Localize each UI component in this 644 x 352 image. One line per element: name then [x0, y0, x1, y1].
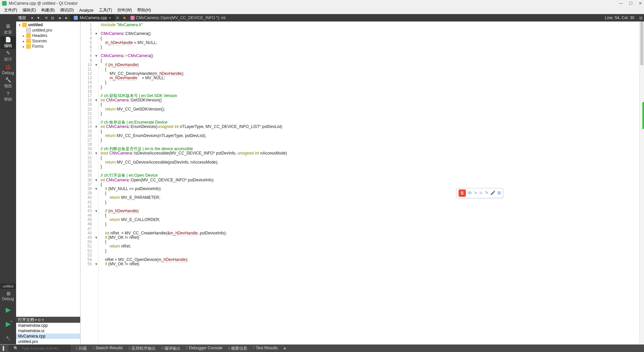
- run-debug-icon[interactable]: ▶●: [6, 317, 11, 331]
- ime-icon[interactable]: 🎤: [490, 190, 495, 196]
- mode-帮助[interactable]: ?帮助: [0, 90, 16, 103]
- nav-fwd-icon[interactable]: ►: [63, 16, 70, 20]
- output-pane-tab[interactable]: 4编译输出: [158, 346, 183, 351]
- tree-arrow-icon[interactable]: ▸: [21, 39, 25, 43]
- symbol-breadcrumb[interactable]: CMvCamera::Open(MV_CC_DEVICE_INFO *): in…: [128, 15, 228, 20]
- tree-item[interactable]: ▸Sources: [16, 38, 80, 44]
- ime-icon[interactable]: 中: [468, 190, 472, 196]
- output-pane-tab[interactable]: 3应用程序输出: [125, 346, 158, 351]
- ime-icon[interactable]: '»: [474, 190, 477, 196]
- toolbar: 项目 ▾ ▼. ⟲ ⊟ ◄ ► MvCamera.cpp ▾ ✕ ★ CMvCa…: [0, 14, 644, 21]
- ime-icon[interactable]: ☺: [479, 190, 483, 196]
- menu-item[interactable]: Analyze: [76, 8, 96, 13]
- tree-arrow-icon[interactable]: ▸: [21, 34, 25, 38]
- menu-item[interactable]: 构建(B): [39, 7, 57, 13]
- project-tree[interactable]: ▾untitleduntitled.pro▸Headers▸Sources▸Fo…: [16, 21, 80, 317]
- code-area[interactable]: #include "MvCamera.h"CMvCamera::CMvCamer…: [99, 21, 639, 344]
- menu-bar: 文件(F)编辑(E)构建(B)调试(D)Analyze工具(T)控件(W)帮助(…: [0, 7, 644, 14]
- status-bar: ▌ 🔍 1问题2Search Results3应用程序输出4编译输出5Debug…: [0, 345, 644, 352]
- open-doc-item[interactable]: mainwindow.ui: [16, 328, 80, 334]
- close-tab-icon[interactable]: ✕: [114, 16, 121, 20]
- close-pane-icon[interactable]: ✕: [41, 318, 44, 322]
- dropdown-icon[interactable]: ▾: [35, 318, 37, 322]
- close-icon[interactable]: ✕: [639, 1, 642, 6]
- mode-icon: ✎: [6, 50, 10, 56]
- sync-icon[interactable]: ⟲: [43, 16, 49, 20]
- toggle-sidebar-icon[interactable]: ▌: [0, 345, 9, 352]
- mode-设计[interactable]: ✎设计: [0, 50, 16, 62]
- search-icon: 🔍: [11, 346, 20, 351]
- sogou-logo-icon[interactable]: S: [459, 189, 466, 197]
- open-documents-list[interactable]: mainwindow.cppmainwindow.uiMvCamera.cppu…: [16, 323, 80, 344]
- split-icon[interactable]: ⊟: [38, 318, 41, 322]
- panes-more-icon[interactable]: ≑: [280, 346, 289, 351]
- split-icon[interactable]: ⊟: [49, 16, 56, 20]
- scroll-marker: [642, 102, 644, 129]
- tree-arrow-icon[interactable]: ▸: [21, 45, 25, 48]
- menu-item[interactable]: 调试(D): [57, 7, 76, 13]
- locator[interactable]: 🔍: [9, 345, 70, 352]
- ime-icon[interactable]: ✎: [485, 190, 488, 196]
- menu-item[interactable]: 控件(W): [115, 7, 135, 13]
- tree-item[interactable]: ▸Headers: [16, 33, 80, 38]
- menu-item[interactable]: 编辑(E): [20, 7, 39, 13]
- ime-icon[interactable]: ⊞: [497, 190, 501, 196]
- tree-arrow-icon[interactable]: ▾: [17, 23, 21, 27]
- run-icon[interactable]: ▶: [6, 303, 11, 316]
- code-editor[interactable]: 1234567891011121314151617181920212223242…: [80, 21, 644, 344]
- mode-项目[interactable]: 🔧项目: [0, 77, 16, 89]
- build-icon[interactable]: 🔨: [6, 331, 11, 344]
- folder-icon: [26, 33, 31, 38]
- side-panel: ▾untitleduntitled.pro▸Headers▸Sources▸Fo…: [16, 21, 80, 344]
- tree-item[interactable]: untitled.pro: [16, 28, 80, 33]
- ime-toolbar[interactable]: S 中'»☺✎🎤⊞: [456, 188, 503, 198]
- open-documents-header: 打开文档 ▾ ⊟ ✕: [16, 317, 80, 323]
- chevron-down-icon[interactable]: ▾: [109, 15, 111, 20]
- mode-Debug[interactable]: 🐞Debug: [0, 63, 16, 76]
- fold-gutter[interactable]: ▾▾▾▾▾▾▾▾▾▾▾: [94, 21, 99, 344]
- nav-back-icon[interactable]: ◄: [56, 16, 63, 20]
- method-icon: [130, 16, 135, 20]
- open-doc-item[interactable]: mainwindow.cpp: [16, 323, 80, 328]
- mode-icon: 📄: [5, 37, 11, 43]
- kit-selector[interactable]: untitled: [1, 284, 15, 289]
- mode-icon: 🐞: [5, 64, 11, 70]
- folder-icon: [26, 39, 31, 43]
- open-doc-item[interactable]: untitled.pro: [16, 339, 80, 344]
- mode-dock: ⊞欢迎📄编辑✎设计🐞Debug🔧项目?帮助untitled🖥Debug▶▶●🔨: [0, 21, 16, 344]
- file-tab-label: MvCamera.cpp: [80, 15, 107, 20]
- cursor-position[interactable]: Line: 54, Col: 30: [602, 15, 638, 20]
- open-doc-item[interactable]: MvCamera.cpp: [16, 334, 80, 339]
- menu-item[interactable]: 文件(F): [1, 7, 20, 13]
- output-pane-tab[interactable]: 1问题: [73, 346, 90, 351]
- scrollbar-thumb[interactable]: [640, 21, 643, 65]
- app-logo-icon: [2, 1, 7, 6]
- minimize-icon[interactable]: —: [619, 1, 623, 6]
- line-gutter: 1234567891011121314151617181920212223242…: [80, 21, 94, 344]
- output-pane-tab[interactable]: 6概要信息: [225, 346, 250, 351]
- mode-icon: 🔧: [5, 77, 11, 83]
- output-pane-tab[interactable]: 2Search Results: [90, 346, 125, 351]
- locator-input[interactable]: [20, 346, 67, 350]
- folder-icon: [26, 44, 31, 49]
- file-tab[interactable]: MvCamera.cpp ▾: [70, 14, 114, 21]
- menu-item[interactable]: 帮助(H): [135, 7, 154, 13]
- mode-编辑[interactable]: 📄编辑: [0, 36, 16, 49]
- mode-欢迎[interactable]: ⊞欢迎: [0, 23, 16, 36]
- output-pane-tab[interactable]: 5Debugger Console: [183, 346, 225, 351]
- title-bar: MvCamera.cpp @ untitled - Qt Creator — ☐…: [0, 0, 644, 7]
- bookmark-icon[interactable]: ★: [121, 16, 128, 20]
- output-pane-tab[interactable]: 7Test Results: [250, 346, 280, 351]
- filter-icon[interactable]: ▼.: [35, 16, 43, 20]
- tree-item[interactable]: ▸Forms: [16, 44, 80, 49]
- split-editor-icon[interactable]: ⊟: [638, 16, 644, 20]
- tree-item[interactable]: ▾untitled: [16, 22, 80, 28]
- folder-icon: [22, 23, 27, 27]
- maximize-icon[interactable]: ☐: [629, 1, 633, 6]
- menu-item[interactable]: 工具(T): [96, 7, 115, 13]
- dropdown-icon[interactable]: ▾: [30, 16, 35, 20]
- project-selector-label[interactable]: 项目: [0, 15, 30, 21]
- vertical-scrollbar[interactable]: [639, 21, 644, 344]
- kit-monitor-icon[interactable]: 🖥Debug: [0, 290, 16, 302]
- mode-icon: ?: [7, 91, 9, 96]
